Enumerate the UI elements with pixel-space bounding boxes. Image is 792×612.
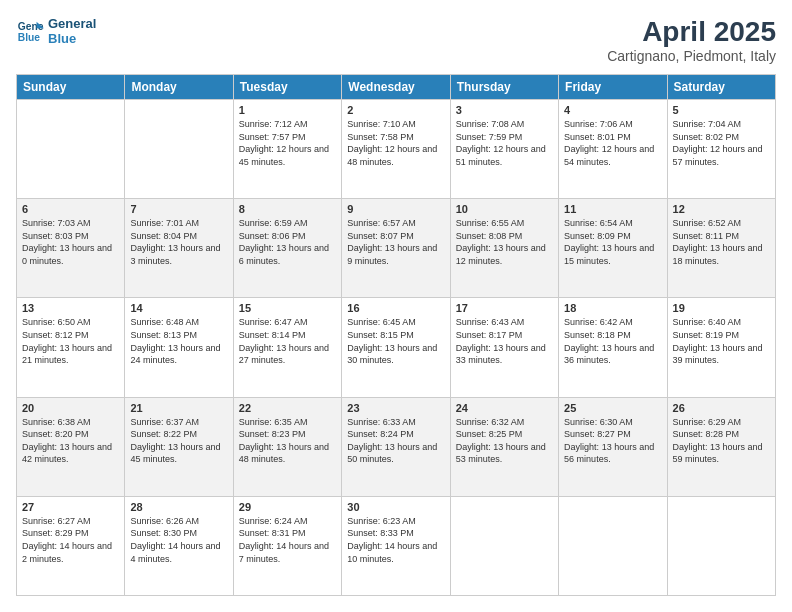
- day-cell: 7Sunrise: 7:01 AMSunset: 8:04 PMDaylight…: [125, 199, 233, 298]
- svg-text:Blue: Blue: [18, 32, 41, 43]
- day-info: Sunrise: 6:52 AMSunset: 8:11 PMDaylight:…: [673, 217, 770, 267]
- day-number: 9: [347, 203, 444, 215]
- header-sunday: Sunday: [17, 75, 125, 100]
- day-cell: 18Sunrise: 6:42 AMSunset: 8:18 PMDayligh…: [559, 298, 667, 397]
- day-cell: 1Sunrise: 7:12 AMSunset: 7:57 PMDaylight…: [233, 100, 341, 199]
- day-number: 1: [239, 104, 336, 116]
- day-number: 7: [130, 203, 227, 215]
- logo-line2: Blue: [48, 31, 96, 46]
- day-number: 23: [347, 402, 444, 414]
- header-tuesday: Tuesday: [233, 75, 341, 100]
- day-cell: [125, 100, 233, 199]
- day-number: 12: [673, 203, 770, 215]
- week-row-5: 27Sunrise: 6:27 AMSunset: 8:29 PMDayligh…: [17, 496, 776, 595]
- day-cell: 13Sunrise: 6:50 AMSunset: 8:12 PMDayligh…: [17, 298, 125, 397]
- day-info: Sunrise: 7:12 AMSunset: 7:57 PMDaylight:…: [239, 118, 336, 168]
- day-number: 2: [347, 104, 444, 116]
- day-number: 19: [673, 302, 770, 314]
- day-info: Sunrise: 6:43 AMSunset: 8:17 PMDaylight:…: [456, 316, 553, 366]
- day-info: Sunrise: 6:29 AMSunset: 8:28 PMDaylight:…: [673, 416, 770, 466]
- day-cell: [450, 496, 558, 595]
- day-info: Sunrise: 6:57 AMSunset: 8:07 PMDaylight:…: [347, 217, 444, 267]
- header-friday: Friday: [559, 75, 667, 100]
- week-row-3: 13Sunrise: 6:50 AMSunset: 8:12 PMDayligh…: [17, 298, 776, 397]
- header-saturday: Saturday: [667, 75, 775, 100]
- day-number: 16: [347, 302, 444, 314]
- calendar-table: SundayMondayTuesdayWednesdayThursdayFrid…: [16, 74, 776, 596]
- day-cell: 8Sunrise: 6:59 AMSunset: 8:06 PMDaylight…: [233, 199, 341, 298]
- day-cell: 5Sunrise: 7:04 AMSunset: 8:02 PMDaylight…: [667, 100, 775, 199]
- day-cell: 9Sunrise: 6:57 AMSunset: 8:07 PMDaylight…: [342, 199, 450, 298]
- title-block: April 2025 Cartignano, Piedmont, Italy: [607, 16, 776, 64]
- header-thursday: Thursday: [450, 75, 558, 100]
- day-cell: 16Sunrise: 6:45 AMSunset: 8:15 PMDayligh…: [342, 298, 450, 397]
- day-info: Sunrise: 6:42 AMSunset: 8:18 PMDaylight:…: [564, 316, 661, 366]
- day-cell: 3Sunrise: 7:08 AMSunset: 7:59 PMDaylight…: [450, 100, 558, 199]
- day-cell: 27Sunrise: 6:27 AMSunset: 8:29 PMDayligh…: [17, 496, 125, 595]
- day-info: Sunrise: 6:38 AMSunset: 8:20 PMDaylight:…: [22, 416, 119, 466]
- day-cell: 20Sunrise: 6:38 AMSunset: 8:20 PMDayligh…: [17, 397, 125, 496]
- day-number: 27: [22, 501, 119, 513]
- week-row-1: 1Sunrise: 7:12 AMSunset: 7:57 PMDaylight…: [17, 100, 776, 199]
- day-number: 5: [673, 104, 770, 116]
- day-info: Sunrise: 7:08 AMSunset: 7:59 PMDaylight:…: [456, 118, 553, 168]
- day-number: 26: [673, 402, 770, 414]
- day-number: 17: [456, 302, 553, 314]
- day-number: 8: [239, 203, 336, 215]
- day-number: 21: [130, 402, 227, 414]
- day-number: 18: [564, 302, 661, 314]
- day-cell: [667, 496, 775, 595]
- day-number: 14: [130, 302, 227, 314]
- day-info: Sunrise: 6:27 AMSunset: 8:29 PMDaylight:…: [22, 515, 119, 565]
- day-cell: 23Sunrise: 6:33 AMSunset: 8:24 PMDayligh…: [342, 397, 450, 496]
- day-info: Sunrise: 7:06 AMSunset: 8:01 PMDaylight:…: [564, 118, 661, 168]
- day-cell: 6Sunrise: 7:03 AMSunset: 8:03 PMDaylight…: [17, 199, 125, 298]
- day-info: Sunrise: 6:45 AMSunset: 8:15 PMDaylight:…: [347, 316, 444, 366]
- day-cell: 26Sunrise: 6:29 AMSunset: 8:28 PMDayligh…: [667, 397, 775, 496]
- day-number: 15: [239, 302, 336, 314]
- day-info: Sunrise: 6:33 AMSunset: 8:24 PMDaylight:…: [347, 416, 444, 466]
- day-info: Sunrise: 6:37 AMSunset: 8:22 PMDaylight:…: [130, 416, 227, 466]
- day-cell: 11Sunrise: 6:54 AMSunset: 8:09 PMDayligh…: [559, 199, 667, 298]
- day-cell: 30Sunrise: 6:23 AMSunset: 8:33 PMDayligh…: [342, 496, 450, 595]
- day-cell: 24Sunrise: 6:32 AMSunset: 8:25 PMDayligh…: [450, 397, 558, 496]
- day-number: 11: [564, 203, 661, 215]
- day-cell: 2Sunrise: 7:10 AMSunset: 7:58 PMDaylight…: [342, 100, 450, 199]
- day-info: Sunrise: 7:03 AMSunset: 8:03 PMDaylight:…: [22, 217, 119, 267]
- day-cell: 10Sunrise: 6:55 AMSunset: 8:08 PMDayligh…: [450, 199, 558, 298]
- day-cell: 25Sunrise: 6:30 AMSunset: 8:27 PMDayligh…: [559, 397, 667, 496]
- day-cell: 19Sunrise: 6:40 AMSunset: 8:19 PMDayligh…: [667, 298, 775, 397]
- day-number: 22: [239, 402, 336, 414]
- day-cell: 28Sunrise: 6:26 AMSunset: 8:30 PMDayligh…: [125, 496, 233, 595]
- day-number: 10: [456, 203, 553, 215]
- day-info: Sunrise: 6:23 AMSunset: 8:33 PMDaylight:…: [347, 515, 444, 565]
- day-number: 24: [456, 402, 553, 414]
- day-number: 25: [564, 402, 661, 414]
- day-cell: [559, 496, 667, 595]
- day-cell: 4Sunrise: 7:06 AMSunset: 8:01 PMDaylight…: [559, 100, 667, 199]
- day-cell: 21Sunrise: 6:37 AMSunset: 8:22 PMDayligh…: [125, 397, 233, 496]
- week-row-4: 20Sunrise: 6:38 AMSunset: 8:20 PMDayligh…: [17, 397, 776, 496]
- header-monday: Monday: [125, 75, 233, 100]
- day-info: Sunrise: 6:54 AMSunset: 8:09 PMDaylight:…: [564, 217, 661, 267]
- header: General Blue General Blue April 2025 Car…: [16, 16, 776, 64]
- header-row: SundayMondayTuesdayWednesdayThursdayFrid…: [17, 75, 776, 100]
- subtitle: Cartignano, Piedmont, Italy: [607, 48, 776, 64]
- day-number: 30: [347, 501, 444, 513]
- day-info: Sunrise: 7:04 AMSunset: 8:02 PMDaylight:…: [673, 118, 770, 168]
- day-info: Sunrise: 6:40 AMSunset: 8:19 PMDaylight:…: [673, 316, 770, 366]
- day-info: Sunrise: 7:01 AMSunset: 8:04 PMDaylight:…: [130, 217, 227, 267]
- day-info: Sunrise: 6:26 AMSunset: 8:30 PMDaylight:…: [130, 515, 227, 565]
- logo: General Blue General Blue: [16, 16, 96, 46]
- day-number: 20: [22, 402, 119, 414]
- header-wednesday: Wednesday: [342, 75, 450, 100]
- day-number: 29: [239, 501, 336, 513]
- day-cell: 12Sunrise: 6:52 AMSunset: 8:11 PMDayligh…: [667, 199, 775, 298]
- day-number: 3: [456, 104, 553, 116]
- main-title: April 2025: [607, 16, 776, 48]
- day-info: Sunrise: 6:35 AMSunset: 8:23 PMDaylight:…: [239, 416, 336, 466]
- day-info: Sunrise: 6:30 AMSunset: 8:27 PMDaylight:…: [564, 416, 661, 466]
- week-row-2: 6Sunrise: 7:03 AMSunset: 8:03 PMDaylight…: [17, 199, 776, 298]
- day-cell: 22Sunrise: 6:35 AMSunset: 8:23 PMDayligh…: [233, 397, 341, 496]
- day-cell: 29Sunrise: 6:24 AMSunset: 8:31 PMDayligh…: [233, 496, 341, 595]
